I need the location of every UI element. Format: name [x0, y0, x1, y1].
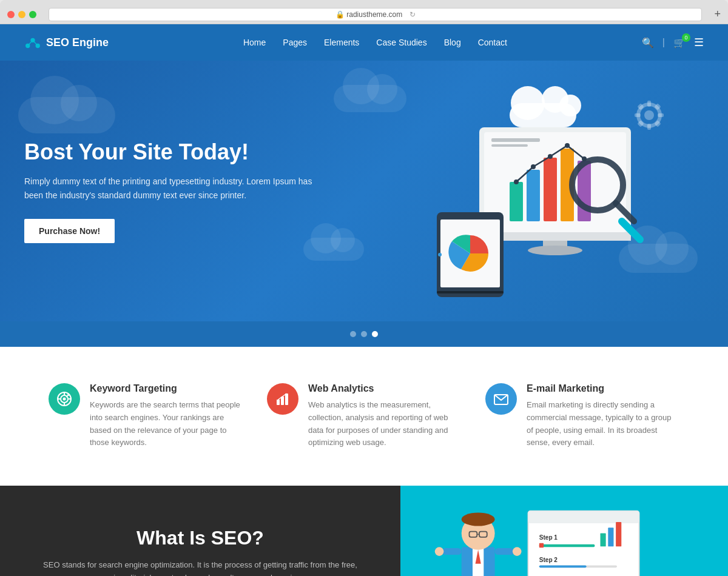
svg-point-45: [63, 398, 66, 401]
nav-pages[interactable]: Pages: [283, 38, 307, 47]
svg-rect-78: [616, 522, 621, 546]
web-analytics-icon: [267, 383, 298, 415]
website-content: SEO Engine Home Pages Elements Case Stud…: [0, 24, 728, 576]
svg-point-65: [513, 547, 522, 556]
svg-point-26: [514, 179, 519, 184]
features-section: Keyword Targeting Keywords are the searc…: [0, 347, 728, 486]
svg-rect-32: [491, 144, 528, 147]
svg-rect-31: [491, 138, 540, 142]
svg-rect-50: [277, 400, 280, 405]
logo[interactable]: SEO Engine: [24, 36, 109, 49]
svg-point-16: [511, 86, 545, 120]
slide-dot-3[interactable]: [372, 331, 378, 337]
svg-point-58: [462, 513, 495, 526]
nav-elements[interactable]: Elements: [324, 38, 359, 47]
email-marketing-icon: [485, 383, 517, 415]
hero-title: Bost Your Site Today!: [24, 139, 315, 165]
seo-right-panel: Step 1 Step 2 Step 3 Ste: [400, 486, 728, 576]
seo-description: SEO stands for search engine optimizatio…: [36, 559, 364, 576]
purchase-now-button[interactable]: Purchase Now!: [24, 219, 115, 243]
feature-web-analytics: Web Analytics Web analytics is the measu…: [267, 383, 461, 449]
svg-rect-9: [635, 113, 641, 117]
seo-left-panel: What Is SEO? SEO stands for search engin…: [0, 486, 400, 576]
close-button[interactable]: [7, 11, 15, 18]
svg-rect-77: [608, 527, 613, 546]
cart-icon[interactable]: 🛒 0: [673, 37, 686, 49]
svg-point-28: [548, 154, 553, 159]
svg-rect-8: [647, 124, 651, 130]
web-analytics-text: Web Analytics Web analytics is the measu…: [308, 383, 461, 449]
traffic-lights: [7, 11, 36, 18]
nav-blog[interactable]: Blog: [444, 38, 461, 47]
keyword-targeting-title: Keyword Targeting: [90, 383, 243, 394]
svg-rect-81: [539, 566, 587, 568]
navbar: SEO Engine Home Pages Elements Case Stud…: [0, 24, 728, 61]
nav-home[interactable]: Home: [243, 38, 266, 47]
logo-text: SEO Engine: [46, 36, 109, 49]
hamburger-menu-icon[interactable]: ☰: [694, 36, 704, 49]
new-tab-button[interactable]: +: [714, 8, 721, 21]
svg-point-18: [559, 95, 581, 116]
svg-rect-63: [495, 548, 514, 555]
seo-title: What Is SEO?: [136, 527, 264, 549]
browser-chrome: 🔒 radiustheme.com ↻ +: [0, 0, 728, 24]
hero-section: Bost Your Site Today! Rimply dummy text …: [0, 61, 728, 321]
svg-rect-10: [658, 113, 664, 117]
svg-rect-62: [442, 548, 462, 555]
cloud-decoration-2: [334, 85, 406, 112]
seo-right-illustration: Step 1 Step 2 Step 3 Ste: [400, 486, 728, 576]
svg-point-27: [531, 164, 536, 169]
nav-contact[interactable]: Contact: [478, 38, 507, 47]
url-text: radiustheme.com: [346, 10, 402, 19]
slide-dot-2[interactable]: [361, 331, 367, 337]
seo-section: What Is SEO? SEO stands for search engin…: [0, 486, 728, 576]
svg-rect-7: [647, 101, 651, 107]
web-analytics-desc: Web analytics is the measurement, collec…: [308, 399, 461, 449]
email-marketing-title: E-mail Marketing: [527, 383, 679, 394]
hero-subtitle: Rimply dummy text of the printing and ty…: [24, 175, 315, 202]
svg-line-3: [28, 40, 33, 45]
svg-rect-75: [539, 543, 544, 548]
nav-actions: 🔍 | 🛒 0 ☰: [642, 36, 704, 49]
hero-illustration: [400, 79, 692, 309]
svg-rect-22: [527, 170, 540, 221]
feature-email-marketing: E-mail Marketing Email marketing is dire…: [485, 383, 679, 449]
nav-links: Home Pages Elements Case Studies Blog Co…: [243, 37, 507, 48]
keyword-targeting-text: Keyword Targeting Keywords are the searc…: [90, 383, 243, 449]
keyword-targeting-desc: Keywords are the search terms that peopl…: [90, 399, 243, 449]
lock-icon: 🔒: [335, 10, 345, 19]
svg-point-34: [528, 246, 582, 255]
target-icon: [56, 391, 72, 407]
feature-keyword-targeting: Keyword Targeting Keywords are the searc…: [49, 383, 243, 449]
svg-rect-52: [285, 393, 288, 405]
logo-icon: [24, 36, 41, 49]
svg-line-4: [33, 40, 38, 45]
hero-content: Bost Your Site Today! Rimply dummy text …: [24, 139, 315, 243]
email-marketing-desc: Email marketing is directly sending a co…: [527, 399, 679, 449]
svg-rect-23: [544, 158, 557, 221]
svg-point-6: [644, 110, 654, 120]
hero-svg: [400, 79, 692, 309]
email-marketing-text: E-mail Marketing Email marketing is dire…: [527, 383, 679, 449]
chart-icon: [275, 391, 291, 407]
slide-dot-1[interactable]: [350, 331, 356, 337]
svg-rect-41: [437, 291, 504, 293]
slider-dots: [0, 321, 728, 347]
maximize-button[interactable]: [29, 11, 36, 18]
minimize-button[interactable]: [18, 11, 25, 18]
cloud-decoration-1: [18, 97, 115, 133]
svg-rect-69: [528, 511, 639, 523]
keyword-targeting-icon: [49, 383, 80, 415]
svg-point-29: [565, 143, 570, 148]
address-bar[interactable]: 🔒 radiustheme.com ↻: [49, 8, 702, 21]
svg-rect-21: [510, 182, 523, 221]
cart-badge: 0: [682, 33, 690, 42]
email-icon: [493, 391, 509, 407]
svg-rect-74: [539, 544, 595, 548]
search-icon[interactable]: 🔍: [642, 37, 654, 49]
nav-divider: |: [662, 37, 665, 48]
web-analytics-title: Web Analytics: [308, 383, 461, 394]
refresh-icon[interactable]: ↻: [410, 10, 416, 19]
svg-text:Step 1: Step 1: [539, 535, 558, 541]
nav-case-studies[interactable]: Case Studies: [376, 38, 426, 47]
